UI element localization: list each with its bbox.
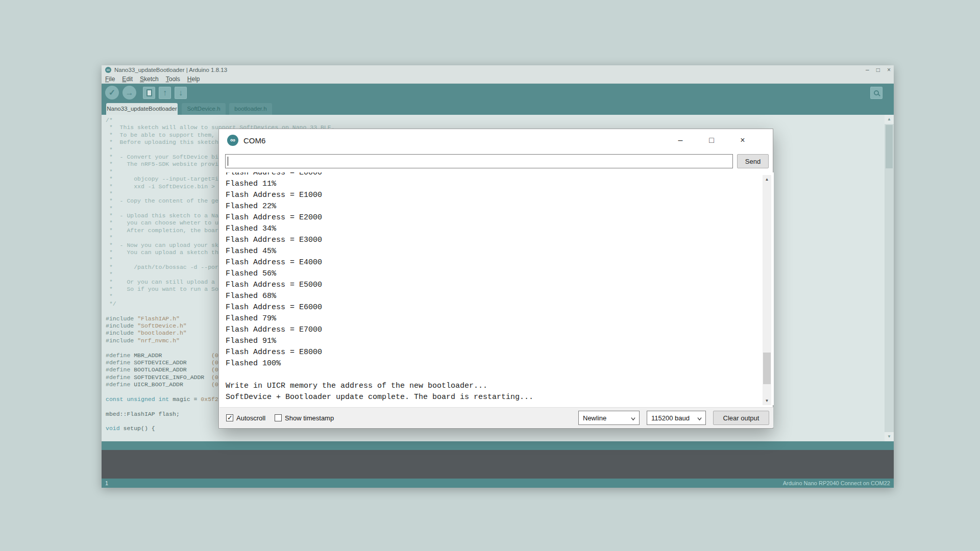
serial-monitor-icon [874,90,879,95]
baud-rate-dropdown[interactable]: 115200 baud [647,411,706,425]
serial-output-line: Flash Address = E0000 [226,172,774,179]
editor-scrollbar[interactable]: ▲ ▼ [885,115,894,441]
line-ending-dropdown[interactable]: Newline [578,411,640,425]
serial-monitor-options-bar: Autoscroll Show timestamp Newline 115200… [219,407,773,428]
scroll-up-icon[interactable]: ▲ [885,115,894,124]
serial-output-line: Write in UICR memory the address of the … [226,381,774,392]
serial-output-line: Flashed 68% [226,291,774,302]
ide-tabbar: Nano33_updateBootloader SoftDevice.h boo… [102,102,894,115]
serial-input[interactable] [225,154,733,168]
upload-arrow-icon: → [126,89,134,97]
verify-button[interactable]: ✓ [105,86,119,99]
open-icon: ↑ [163,89,167,97]
serial-output-line: Flashed 22% [226,201,774,212]
serial-output-line: Flash Address = E5000 [226,280,774,291]
serial-monitor-button[interactable] [870,87,883,99]
serial-output-line: Flash Address = E8000 [226,347,774,358]
serial-output-line: Flash Address = E7000 [226,324,774,336]
chevron-down-icon [631,416,635,421]
serial-output-line: Flashed 100% [226,358,774,369]
menu-help[interactable]: Help [187,76,200,83]
save-icon: ↓ [179,89,183,97]
line-ending-value: Newline [583,414,606,422]
serial-output-line: Flashed 34% [226,223,774,235]
serial-scrollbar-thumb[interactable] [763,353,771,384]
serial-monitor-window: ∞ COM6 – □ × Send Flash Address = E0000F… [218,129,773,429]
chevron-down-icon [697,416,702,421]
clear-output-button[interactable]: Clear output [713,411,769,425]
serial-output-line: Flash Address = E6000 [226,302,774,313]
new-sketch-button[interactable] [143,87,155,99]
ide-window-title: Nano33_updateBootloader | Arduino 1.8.13 [114,67,227,73]
menu-sketch[interactable]: Sketch [140,76,159,83]
baud-rate-value: 115200 baud [651,414,690,422]
serial-output-line: Flashed 79% [226,313,774,324]
close-icon[interactable]: × [731,136,754,145]
serial-output-line [226,369,774,381]
serial-output-line: Flash Address = E4000 [226,257,774,268]
verify-check-icon: ✓ [109,89,115,97]
save-button[interactable]: ↓ [175,87,187,99]
ide-menubar: FileEditSketchToolsHelp [102,74,894,84]
code-line: /* [106,117,885,124]
menu-tools[interactable]: Tools [166,76,180,83]
close-icon[interactable]: × [887,65,891,74]
upload-button[interactable]: → [122,86,136,99]
send-button[interactable]: Send [737,154,769,168]
scroll-down-icon[interactable]: ▼ [763,396,771,405]
minimize-icon[interactable]: – [669,136,692,145]
serial-output-line: Flash Address = E2000 [226,212,774,223]
menu-edit[interactable]: Edit [122,76,133,83]
minimize-icon[interactable]: – [866,65,869,74]
status-line-number: 1 [105,480,108,486]
autoscroll-label[interactable]: Autoscroll [236,414,265,422]
serial-output-line: Flash Address = E3000 [226,235,774,246]
tab-nano33-updatebootloader[interactable]: Nano33_updateBootloader [106,103,178,115]
serial-output-scrollbar[interactable]: ▲ ▼ [763,175,771,405]
show-timestamp-checkbox[interactable] [275,414,282,421]
scroll-up-icon[interactable]: ▲ [763,175,771,184]
ide-titlebar[interactable]: ∞ Nano33_updateBootloader | Arduino 1.8.… [102,65,894,74]
editor-scrollbar-thumb[interactable] [886,125,893,168]
scroll-down-icon[interactable]: ▼ [885,432,894,441]
tab-bootloader-h[interactable]: bootloader.h [229,103,272,115]
serial-output-area[interactable]: Flash Address = E0000Flashed 11%Flash Ad… [219,172,774,405]
serial-output-line: Flashed 91% [226,336,774,347]
new-sketch-icon [146,89,152,96]
serial-output-line: Flash Address = E1000 [226,190,774,201]
maximize-icon[interactable]: □ [700,136,723,145]
serial-monitor-titlebar[interactable]: ∞ COM6 – □ × [219,129,773,152]
serial-monitor-title: COM6 [243,136,265,145]
open-button[interactable]: ↑ [159,87,171,99]
menu-file[interactable]: File [105,76,115,83]
restore-icon[interactable]: □ [876,65,880,74]
console-output-area [102,450,894,479]
text-caret [228,157,228,166]
serial-output-line: Flashed 11% [226,179,774,190]
tab-softdevice-h[interactable]: SoftDevice.h [182,103,226,115]
serial-output-line: Flashed 56% [226,268,774,280]
editor-console-divider [102,441,894,450]
arduino-logo-icon: ∞ [227,135,238,146]
autoscroll-checkbox[interactable] [226,414,233,421]
ide-statusbar: 1 Arduino Nano RP2040 Connect on COM22 [102,479,894,488]
serial-output-line: SoftDevice + Bootloader update complete.… [226,392,774,403]
arduino-logo-icon: ∞ [105,67,111,73]
ide-toolbar: ✓ → ↑ ↓ [102,84,894,102]
status-board-port: Arduino Nano RP2040 Connect on COM22 [783,480,890,486]
show-timestamp-label[interactable]: Show timestamp [285,414,334,422]
serial-output-line: Flashed 45% [226,246,774,257]
